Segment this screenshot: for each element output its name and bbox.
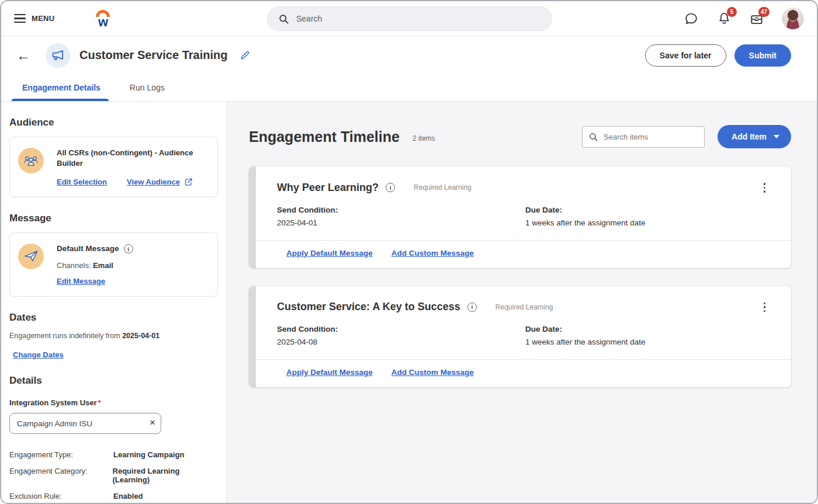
edit-title-button[interactable] bbox=[239, 50, 251, 61]
add-item-label: Add Item bbox=[732, 132, 767, 141]
tab-engagement-details[interactable]: Engagement Details bbox=[22, 74, 100, 101]
back-button[interactable]: ← bbox=[16, 48, 30, 62]
kv-row-exclusion-rule: Exclusion Rule: Enabled bbox=[9, 492, 218, 500]
isu-label: Integration System User* bbox=[9, 398, 218, 407]
default-message-title: Default Message bbox=[57, 244, 119, 254]
apply-default-message-link[interactable]: Apply Default Message bbox=[286, 249, 373, 258]
kv-label: Engagement Type: bbox=[9, 450, 113, 459]
details-kv-rows: Engagement Type: Learning Campaign Engag… bbox=[9, 450, 218, 500]
global-search-input[interactable] bbox=[296, 14, 541, 23]
kv-label: Exclusion Rule: bbox=[9, 492, 113, 500]
notifications-button[interactable]: 5 bbox=[716, 11, 732, 26]
hamburger-icon bbox=[14, 14, 26, 23]
send-condition-label: Send Condition: bbox=[277, 325, 525, 333]
search-icon bbox=[278, 13, 289, 25]
view-audience-link[interactable]: View Audience bbox=[127, 178, 180, 186]
dates-runs-prefix: Engagement runs indefinitely from bbox=[9, 332, 120, 340]
card-type-badge: Required Learning bbox=[495, 303, 553, 311]
drag-handle[interactable] bbox=[249, 166, 256, 268]
edit-message-link[interactable]: Edit Message bbox=[57, 277, 105, 286]
isu-input[interactable] bbox=[9, 413, 161, 434]
dates-heading: Dates bbox=[9, 312, 218, 324]
isu-field: × bbox=[9, 413, 161, 434]
audience-icon-circle bbox=[18, 148, 44, 173]
page-title: Customer Service Training bbox=[79, 48, 227, 62]
tab-run-logs[interactable]: Run Logs bbox=[130, 74, 165, 101]
channels-row: Channels: Email bbox=[57, 261, 133, 270]
card-type-badge: Required Learning bbox=[414, 183, 472, 192]
topbar-icons: 5 47 bbox=[684, 8, 804, 30]
timeline-title: Engagement Timeline bbox=[249, 128, 400, 145]
search-items-input[interactable] bbox=[604, 133, 698, 141]
send-condition-value: 2025-04-08 bbox=[277, 338, 525, 346]
kv-row-engagement-type: Engagement Type: Learning Campaign bbox=[9, 450, 218, 459]
audience-heading: Audience bbox=[9, 117, 218, 128]
timeline-card: Why Peer Learning? i Required Learning S… bbox=[249, 166, 791, 268]
inbox-badge: 47 bbox=[758, 7, 770, 17]
add-custom-message-link[interactable]: Add Custom Message bbox=[391, 368, 474, 377]
isu-label-text: Integration System User bbox=[9, 398, 97, 407]
kv-label: Engagement Category: bbox=[9, 467, 113, 484]
menu-button[interactable]: MENU bbox=[14, 14, 54, 23]
submit-button[interactable]: Submit bbox=[734, 44, 791, 67]
card-title: Customer Service: A Key to Success bbox=[277, 301, 460, 313]
audience-card: All CSRs (non-Contingent) - Audience Bui… bbox=[9, 137, 218, 197]
due-date-label: Due Date: bbox=[525, 206, 770, 214]
workday-logo-letter: w bbox=[98, 18, 108, 27]
edit-selection-link[interactable]: Edit Selection bbox=[57, 178, 107, 186]
channels-label: Channels: bbox=[57, 261, 91, 270]
kv-value: Required Learning (Learning) bbox=[113, 467, 218, 484]
header-actions: Save for later Submit bbox=[645, 44, 791, 67]
global-search[interactable] bbox=[267, 6, 552, 31]
audience-name: All CSRs (non-Contingent) - Audience Bui… bbox=[57, 148, 209, 168]
change-dates-link[interactable]: Change Dates bbox=[13, 350, 64, 359]
card-footer: Apply Default Message Add Custom Message bbox=[256, 240, 791, 268]
sidebar: Audience All CSRs (non-Contingent) - Aud… bbox=[1, 102, 227, 504]
info-icon[interactable]: i bbox=[124, 244, 133, 253]
info-icon[interactable]: i bbox=[467, 303, 477, 312]
people-icon bbox=[23, 152, 39, 169]
inbox-button[interactable]: 47 bbox=[749, 11, 764, 26]
items-count: 2 items bbox=[413, 134, 435, 142]
due-date-value: 1 weeks after the assignment date bbox=[525, 218, 770, 227]
send-condition-label: Send Condition: bbox=[277, 206, 525, 214]
card-footer: Apply Default Message Add Custom Message bbox=[256, 359, 791, 387]
due-date-label: Due Date: bbox=[525, 325, 770, 333]
add-item-button[interactable]: Add Item bbox=[718, 125, 791, 148]
page-header: ← Customer Service Training Save for lat… bbox=[1, 36, 817, 74]
notifications-badge: 5 bbox=[727, 7, 737, 17]
external-link-icon bbox=[184, 178, 193, 186]
message-card: Default Message i Channels: Email Edit M… bbox=[9, 232, 218, 297]
info-icon[interactable]: i bbox=[386, 183, 395, 192]
due-date-value: 1 weeks after the assignment date bbox=[525, 338, 770, 346]
drag-handle[interactable] bbox=[249, 286, 256, 388]
megaphone-icon bbox=[50, 48, 65, 63]
add-custom-message-link[interactable]: Add Custom Message bbox=[391, 249, 474, 258]
timeline-header: Engagement Timeline 2 items Add Item bbox=[249, 125, 791, 148]
campaign-icon-circle bbox=[46, 43, 70, 68]
kebab-menu-icon[interactable] bbox=[759, 180, 771, 195]
chat-button[interactable] bbox=[684, 11, 699, 26]
kv-value: Enabled bbox=[113, 492, 143, 500]
kv-value: Learning Campaign bbox=[113, 450, 184, 459]
workday-logo[interactable]: w bbox=[93, 10, 113, 27]
channels-value: Email bbox=[93, 261, 113, 270]
chat-icon bbox=[684, 11, 699, 26]
message-icon-circle bbox=[18, 244, 44, 269]
menu-label: MENU bbox=[32, 14, 54, 23]
timeline-card: Customer Service: A Key to Success i Req… bbox=[249, 286, 791, 388]
details-heading: Details bbox=[9, 375, 218, 387]
kebab-menu-icon[interactable] bbox=[759, 300, 771, 315]
search-items-field[interactable] bbox=[582, 126, 705, 148]
save-for-later-button[interactable]: Save for later bbox=[645, 44, 726, 67]
clear-icon[interactable]: × bbox=[150, 418, 155, 427]
message-heading: Message bbox=[9, 213, 218, 224]
search-icon bbox=[588, 132, 598, 142]
main-panel: Engagement Timeline 2 items Add Item bbox=[227, 102, 817, 504]
app-window: MENU w 5 bbox=[0, 0, 818, 504]
send-condition-value: 2025-04-01 bbox=[277, 218, 525, 227]
global-topbar: MENU w 5 bbox=[1, 1, 817, 36]
avatar[interactable] bbox=[782, 8, 804, 30]
card-title: Why Peer Learning? bbox=[277, 182, 379, 194]
apply-default-message-link[interactable]: Apply Default Message bbox=[286, 368, 373, 377]
